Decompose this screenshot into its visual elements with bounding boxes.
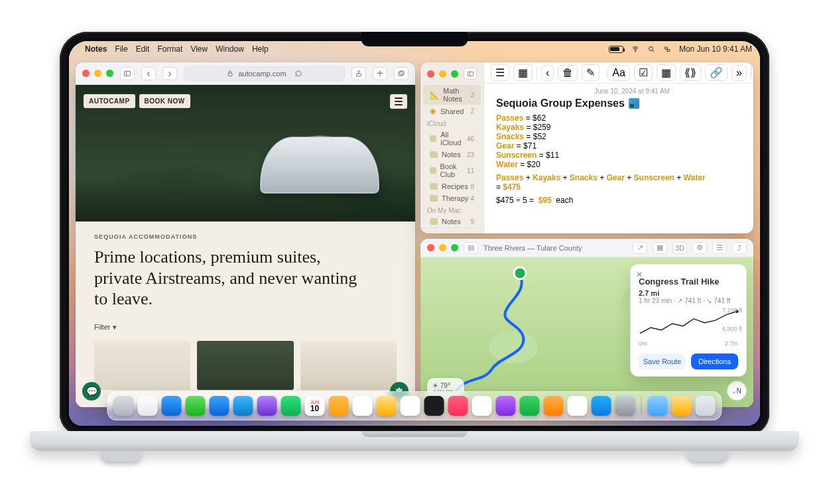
- reload-icon[interactable]: [294, 70, 302, 78]
- sidebar-item-math-notes[interactable]: 📐 Math Notes 3: [423, 85, 481, 105]
- menu-window[interactable]: Window: [216, 44, 244, 54]
- zoom-button[interactable]: [106, 70, 113, 77]
- minimize-button[interactable]: [439, 244, 446, 251]
- menu-file[interactable]: File: [115, 44, 127, 54]
- close-button[interactable]: [427, 70, 434, 78]
- dock-notes-icon[interactable]: [377, 396, 397, 416]
- dock-system-settings-icon[interactable]: [615, 396, 635, 416]
- card-1[interactable]: [94, 341, 190, 390]
- svg-point-1: [649, 47, 653, 51]
- dock-facetime-icon[interactable]: [281, 396, 301, 416]
- table-icon[interactable]: ▦: [657, 64, 676, 81]
- dock-safari-icon[interactable]: [162, 396, 182, 416]
- save-route-button[interactable]: Save Route: [639, 353, 686, 369]
- dock-iphone-mirroring-icon[interactable]: [568, 396, 588, 416]
- route-detail: 1 hr 23 min · ↗ 741 ft · ↘ 741 ft: [639, 297, 738, 304]
- tabs-icon[interactable]: [394, 67, 409, 80]
- link-icon[interactable]: 🔗: [705, 64, 728, 81]
- chat-fab-icon[interactable]: 💬: [82, 382, 101, 401]
- dock-contacts-icon[interactable]: [329, 396, 349, 416]
- sidebar-item-book-club[interactable]: Book Club11: [423, 160, 481, 180]
- menu-help[interactable]: Help: [252, 44, 269, 54]
- dock-podcasts-icon[interactable]: [496, 396, 516, 416]
- menubar-clock[interactable]: Mon Jun 10 9:41 AM: [679, 44, 752, 54]
- dock-freeform-icon[interactable]: [401, 396, 420, 416]
- card-3[interactable]: [300, 341, 397, 390]
- menu-edit[interactable]: Edit: [136, 44, 150, 54]
- sidebar-item-notes[interactable]: Notes23: [423, 149, 481, 160]
- page-eyebrow: SEQUOIA ACCOMMODATIONS: [94, 233, 397, 240]
- site-menu-icon[interactable]: [390, 94, 407, 109]
- note-body[interactable]: Sequoia Group Expenses Passes = $62Kayak…: [484, 96, 753, 212]
- settings-icon[interactable]: ⚙︎: [692, 242, 707, 254]
- brand-badge[interactable]: AUTOCAMP: [84, 94, 135, 108]
- sidebar-item-recipes[interactable]: Recipes8: [423, 180, 481, 192]
- map-mode-icon[interactable]: ▦: [653, 242, 667, 254]
- view-list-icon[interactable]: ☰: [491, 64, 509, 81]
- view-grid-icon[interactable]: ▦: [513, 64, 533, 81]
- more-icon[interactable]: »: [732, 65, 747, 81]
- dock-numbers-icon[interactable]: [520, 396, 540, 416]
- dock-recent-notes-icon[interactable]: [672, 396, 692, 416]
- nav-back-icon[interactable]: ‹: [541, 65, 554, 81]
- map-canvas[interactable]: ☀︎ 79° AQI 29 ● ⌵ N ✕ Congress Trail Hik…: [420, 257, 753, 407]
- minimize-button[interactable]: [439, 70, 446, 78]
- dock-maps-icon[interactable]: [233, 396, 253, 416]
- dock-news-icon[interactable]: [472, 396, 492, 416]
- dock-mail-icon[interactable]: [210, 396, 229, 416]
- dock-photos-icon[interactable]: [257, 396, 277, 416]
- layers-icon[interactable]: ☰: [712, 242, 727, 254]
- svg-rect-4: [125, 71, 131, 76]
- minimize-button[interactable]: [94, 70, 101, 77]
- route-icon[interactable]: ↗: [633, 242, 647, 254]
- dock-calendar-icon[interactable]: JUN10: [305, 396, 325, 416]
- close-button[interactable]: [427, 244, 434, 251]
- dock-tv-icon[interactable]: [424, 396, 444, 416]
- sidebar-item-all-icloud[interactable]: All iCloud46: [423, 129, 481, 149]
- new-tab-icon[interactable]: ＋: [373, 67, 387, 80]
- media-icon[interactable]: ⟪⟫: [680, 64, 701, 81]
- filter-dropdown[interactable]: Filter ▾: [94, 323, 397, 332]
- share-icon[interactable]: ⤴︎: [732, 242, 747, 254]
- dock-launchpad-icon[interactable]: [138, 396, 158, 416]
- dock-trash-icon[interactable]: [696, 396, 716, 416]
- sidebar-item-therapy[interactable]: Therapy4: [423, 192, 481, 204]
- wifi-icon[interactable]: [631, 45, 639, 53]
- sidebar-toggle-icon[interactable]: [464, 68, 477, 80]
- address-bar[interactable]: autocamp.com: [184, 66, 345, 81]
- search-icon[interactable]: [647, 45, 655, 53]
- text-style-icon[interactable]: Aa: [607, 65, 630, 81]
- compose-icon[interactable]: ✎: [582, 64, 600, 81]
- map-3d-icon[interactable]: 3D: [672, 242, 687, 254]
- checklist-icon[interactable]: ☑︎: [634, 64, 653, 81]
- trash-icon[interactable]: 🗑: [558, 65, 578, 81]
- dock-reminders-icon[interactable]: [353, 396, 373, 416]
- dock-music-icon[interactable]: [448, 396, 468, 416]
- zoom-button[interactable]: [451, 244, 458, 251]
- control-center-icon[interactable]: [663, 45, 671, 53]
- card-close-icon[interactable]: ✕: [636, 270, 643, 279]
- book-now-button[interactable]: BOOK NOW: [139, 94, 190, 108]
- sidebar-item-onmac-notes[interactable]: Notes9: [423, 216, 481, 227]
- dock-appstore-icon[interactable]: [592, 396, 611, 416]
- dock-finder-icon[interactable]: [114, 396, 134, 416]
- battery-icon[interactable]: [609, 46, 623, 53]
- dock-messages-icon[interactable]: [186, 396, 206, 416]
- zoom-button[interactable]: [451, 70, 458, 78]
- sidebar-item-shared[interactable]: ◉ Shared 2: [423, 105, 481, 117]
- new-folder-button[interactable]: ＋ New Folder: [420, 227, 483, 233]
- sidebar-toggle-icon[interactable]: ▤: [464, 242, 478, 254]
- menu-format[interactable]: Format: [157, 44, 182, 54]
- forward-button[interactable]: ›: [162, 67, 177, 80]
- compass-icon[interactable]: ⌵ N: [727, 381, 747, 401]
- close-button[interactable]: [82, 70, 90, 77]
- card-2[interactable]: [197, 341, 293, 390]
- share-icon[interactable]: [351, 67, 366, 80]
- menu-app-name[interactable]: Notes: [85, 44, 107, 54]
- menu-view[interactable]: View: [190, 44, 208, 54]
- dock-downloads-icon[interactable]: [648, 396, 668, 416]
- directions-button[interactable]: Directions: [691, 353, 738, 369]
- sidebar-toggle-icon[interactable]: [120, 67, 135, 80]
- back-button[interactable]: ‹: [141, 67, 156, 80]
- dock-pages-icon[interactable]: [544, 396, 564, 416]
